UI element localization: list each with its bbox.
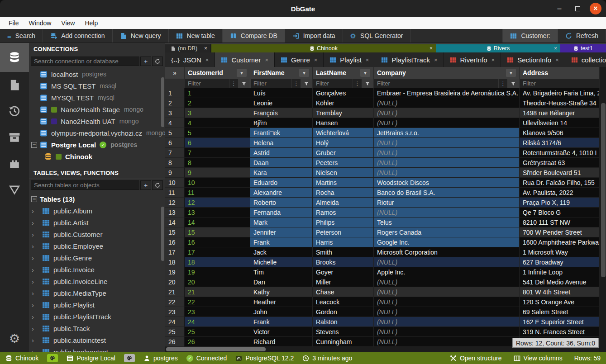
cell-firstname[interactable]: Jennifer xyxy=(250,227,313,237)
cell-customerid[interactable]: 2 xyxy=(185,98,250,108)
cell-address[interactable]: Qe 7 Bloco G xyxy=(520,208,600,217)
menu-file[interactable]: File xyxy=(4,19,24,27)
row-number[interactable]: 14 xyxy=(165,217,185,227)
row-number[interactable]: 4 xyxy=(165,118,185,128)
cell-firstname[interactable]: John xyxy=(250,307,313,317)
column-header-address[interactable]: Address xyxy=(520,67,600,79)
tab-sectioninfo[interactable]: SectionInfo× xyxy=(501,52,565,67)
cell-firstname[interactable]: Kara xyxy=(250,168,313,178)
tables-search-input[interactable] xyxy=(31,180,139,190)
cell-company[interactable]: (NULL) xyxy=(374,158,520,168)
cell-customerid[interactable]: 17 xyxy=(185,247,250,257)
cell-firstname[interactable]: Helena xyxy=(250,138,313,148)
cell-customerid[interactable]: 26 xyxy=(185,337,250,347)
connection-item[interactable]: −Postgre Local✓postgres xyxy=(29,139,165,151)
connection-item[interactable]: MS SQL TESTmssql xyxy=(29,80,165,92)
cell-company[interactable]: (NULL) xyxy=(374,277,520,287)
cell-address[interactable]: Praça Pio X, 119 xyxy=(520,198,600,208)
cell-lastname[interactable]: Leacock xyxy=(313,297,374,307)
toolbar-customer--button[interactable]: Customer: xyxy=(502,29,558,43)
cell-firstname[interactable]: Astrid xyxy=(250,148,313,158)
cell-customerid[interactable]: 1 xyxy=(185,88,250,98)
filter-menu-button[interactable]: ⋮ xyxy=(353,79,362,88)
cell-lastname[interactable]: Köhler xyxy=(313,98,374,108)
filter-menu-button[interactable]: ⋮ xyxy=(291,79,301,88)
minimize-button[interactable]: – xyxy=(554,3,565,14)
rail-settings-item[interactable]: ⚙ xyxy=(0,325,29,352)
filter-input-customerid[interactable] xyxy=(185,79,229,88)
row-number[interactable]: 15 xyxy=(165,227,185,237)
connection-item[interactable]: Nano2Health UATmongo xyxy=(29,115,165,127)
cell-firstname[interactable]: Franti□ek xyxy=(250,128,313,138)
cell-lastname[interactable]: Miller xyxy=(313,277,374,287)
tab-collection[interactable]: collection× xyxy=(565,52,606,67)
cell-company[interactable]: Microsoft Corporation xyxy=(374,247,520,257)
cell-address[interactable]: Rotenturmstraße 4, 1010 I xyxy=(520,148,600,158)
cell-firstname[interactable]: Kathy xyxy=(250,287,313,297)
cell-company[interactable]: (NULL) xyxy=(374,337,520,347)
chevron-right-icon[interactable]: › xyxy=(32,325,38,332)
cell-firstname[interactable]: Michelle xyxy=(250,257,313,267)
tables-group-item[interactable]: −Tables (13) xyxy=(29,193,165,205)
cell-lastname[interactable]: Martins xyxy=(313,178,374,188)
toolbar-new-table-button[interactable]: New table xyxy=(169,29,223,43)
toolbar-search-button[interactable]: ≡Search xyxy=(0,29,43,43)
add-connection-plus-button[interactable]: + xyxy=(140,57,151,66)
tab-customer[interactable]: Customer× xyxy=(215,52,275,67)
row-number[interactable]: 10 xyxy=(165,178,185,188)
cell-address[interactable]: Grétrystraat 63 xyxy=(520,158,600,168)
close-icon[interactable]: × xyxy=(429,45,433,52)
cell-address[interactable]: 1 Infinite Loop xyxy=(520,267,600,277)
row-number[interactable]: 1 xyxy=(165,88,185,98)
chevron-right-icon[interactable]: › xyxy=(32,348,38,353)
row-number[interactable]: 16 xyxy=(165,237,185,247)
cell-company[interactable]: Rogers Canada xyxy=(374,227,520,237)
cell-customerid[interactable]: 3 xyxy=(185,108,250,118)
chevron-right-icon[interactable]: › xyxy=(32,254,38,262)
cell-firstname[interactable]: Leonie xyxy=(250,98,313,108)
cell-address[interactable]: 700 W Pender Street xyxy=(520,227,600,237)
column-menu-button[interactable]: ▾ xyxy=(506,69,516,77)
cell-lastname[interactable]: Hansen xyxy=(313,118,374,128)
cell-firstname[interactable]: Mark xyxy=(250,217,313,227)
chevron-right-icon[interactable]: › xyxy=(32,242,38,250)
row-number[interactable]: 2 xyxy=(165,98,185,108)
row-number[interactable]: 3 xyxy=(165,108,185,118)
cell-address[interactable]: 541 Del Medio Avenue xyxy=(520,277,600,287)
cell-lastname[interactable]: Nielsen xyxy=(313,168,374,178)
cell-company[interactable]: Telus xyxy=(374,217,520,227)
cell-company[interactable]: Apple Inc. xyxy=(374,267,520,277)
cell-company[interactable]: (NULL) xyxy=(374,98,520,108)
cell-customerid[interactable]: 8 xyxy=(185,158,250,168)
column-menu-button[interactable]: ▾ xyxy=(360,69,370,77)
cell-address[interactable]: 120 S Orange Ave xyxy=(520,297,600,307)
cell-firstname[interactable]: Alexandre xyxy=(250,188,313,198)
cell-customerid[interactable]: 6 xyxy=(185,138,250,148)
cell-lastname[interactable]: Almeida xyxy=(313,198,374,208)
cell-firstname[interactable]: Daan xyxy=(250,158,313,168)
tables-refresh-button[interactable] xyxy=(152,180,163,190)
filter-funnel-button[interactable] xyxy=(507,79,519,88)
filter-input-address[interactable] xyxy=(520,79,599,88)
rail-connections-item[interactable] xyxy=(0,43,29,72)
cell-company[interactable]: (NULL) xyxy=(374,317,520,327)
cell-company[interactable]: (NULL) xyxy=(374,168,520,178)
table-item[interactable]: ›public.InvoiceLine xyxy=(29,275,165,287)
column-header-company[interactable]: Company▾ xyxy=(374,67,520,79)
close-icon[interactable]: × xyxy=(434,57,438,63)
filter-menu-button[interactable]: ⋮ xyxy=(498,79,507,88)
cell-customerid[interactable]: 7 xyxy=(185,148,250,158)
expander-icon[interactable]: − xyxy=(31,196,37,202)
row-number[interactable]: 24 xyxy=(165,317,185,327)
cell-lastname[interactable]: Smith xyxy=(313,247,374,257)
row-number[interactable]: 17 xyxy=(165,247,185,257)
table-item[interactable]: ›public.Artist xyxy=(29,217,165,228)
cell-firstname[interactable]: Frank xyxy=(250,317,313,327)
connections-search-input[interactable] xyxy=(31,57,139,66)
cell-customerid[interactable]: 20 xyxy=(185,277,250,287)
cell-firstname[interactable]: Dan xyxy=(250,277,313,287)
toolbar-new-query-button[interactable]: New query xyxy=(113,29,169,43)
tab-playlist[interactable]: Playlist× xyxy=(324,52,375,67)
row-number[interactable]: 18 xyxy=(165,257,185,267)
cell-company[interactable]: Embraer - Empresa Brasileira de Aeronáut… xyxy=(374,88,520,98)
